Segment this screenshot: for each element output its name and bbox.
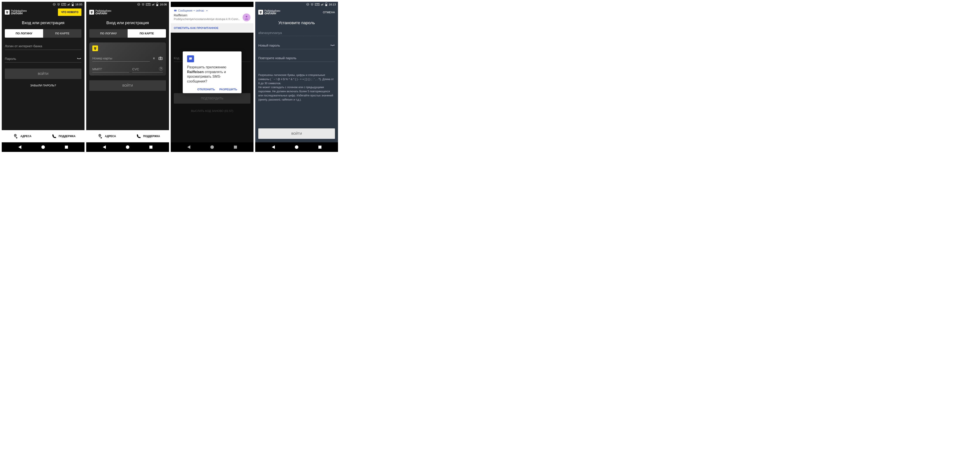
login-button[interactable]: ВОЙТИ	[5, 68, 81, 79]
nav-back-icon[interactable]	[272, 145, 275, 149]
app-logo: Райффайзен ОНЛАЙН	[89, 10, 111, 15]
notif-body: Podklyucheniye/vosstanovleniye dostupa k…	[174, 17, 250, 21]
addresses-label: АДРЕСА	[21, 135, 32, 138]
login-button[interactable]: ВОЙТИ	[258, 128, 335, 139]
alarm-icon	[142, 3, 145, 6]
status-bar: LTE 16:06	[86, 2, 169, 7]
allow-button[interactable]: РАЗРЕШИТЬ	[219, 88, 237, 91]
dialog-message: Разрешить приложению Raiffeisen отправля…	[187, 65, 237, 84]
nav-home-icon[interactable]	[210, 145, 214, 149]
cancel-button[interactable]: ОТМЕНА	[323, 11, 335, 14]
page-title: Установите пароль	[255, 17, 338, 29]
avatar-icon	[243, 13, 250, 21]
screen-login-by-login: LTE 16:05 Райффайзен ОНЛАЙН ЧТО НОВОГО В…	[2, 2, 84, 152]
nav-back-icon[interactable]	[103, 145, 106, 149]
lte-icon: LTE	[146, 3, 151, 6]
forgot-password-link[interactable]: ЗАБЫЛИ ПАРОЛЬ?	[5, 84, 81, 87]
notif-sender: Raiffeisen	[174, 13, 250, 17]
card-mmgg-input[interactable]: ММ/ГГ	[92, 66, 129, 73]
svg-rect-13	[159, 57, 162, 60]
mark-as-read-button[interactable]: ОТМЕТИТЬ КАК ПРОЧИТАННОЕ	[171, 23, 253, 33]
deny-button[interactable]: ОТКЛОНИТЬ	[197, 88, 215, 91]
nav-home-icon[interactable]	[41, 145, 45, 149]
help-icon[interactable]: ?	[159, 67, 163, 71]
tab-by-login[interactable]: ПО ЛОГИНУ	[5, 29, 43, 38]
login-tabs: ПО ЛОГИНУ ПО КАРТЕ	[5, 29, 81, 38]
app-logo: Райффайзен ОНЛАЙН	[258, 10, 280, 15]
messages-app-icon	[174, 9, 177, 12]
addresses-button[interactable]: АДРЕСА	[2, 130, 43, 142]
nav-back-icon[interactable]	[18, 145, 21, 149]
nav-back-icon[interactable]	[187, 145, 190, 149]
app-header: Райффайзен ОНЛАЙН ЧТО НОВОГО	[2, 7, 84, 17]
signal-icon	[152, 3, 155, 6]
phone-icon	[137, 134, 141, 138]
card-number-input[interactable]: Номер карты	[92, 55, 150, 62]
sms-notification[interactable]: Сообщения • сейчас Raiffeisen Podklyuche…	[171, 7, 253, 23]
addresses-button[interactable]: АДРЕСА	[86, 130, 127, 142]
logo-mark-icon	[89, 10, 94, 14]
page-title: Вход или регистрация	[86, 17, 169, 29]
support-label: ПОДДЕРЖКА	[59, 135, 76, 138]
dnd-icon	[137, 3, 140, 6]
password-input[interactable]	[5, 55, 81, 62]
tab-by-login[interactable]: ПО ЛОГИНУ	[89, 29, 127, 38]
permission-dialog: Разрешить приложению Raiffeisen отправля…	[183, 52, 242, 93]
status-time: 16:05	[75, 3, 82, 6]
chevron-down-icon[interactable]	[205, 10, 208, 12]
eye-closed-icon[interactable]	[330, 43, 335, 48]
lte-icon: LTE	[315, 3, 320, 6]
notif-time: сейчас	[196, 9, 204, 12]
camera-scan-icon[interactable]	[158, 56, 163, 61]
nav-home-icon[interactable]	[295, 145, 298, 149]
lte-icon: LTE	[61, 3, 66, 6]
app-header: Райффайзен ОНЛАЙН ОТМЕНА	[255, 7, 338, 17]
card-cvc-input[interactable]: CVC ?	[132, 66, 163, 73]
alarm-icon	[310, 3, 313, 6]
logo-mark-icon	[5, 10, 10, 14]
nav-recent-icon[interactable]	[318, 146, 321, 149]
nav-home-icon[interactable]	[126, 145, 129, 149]
android-nav-bar	[86, 142, 169, 152]
screen-set-password: LTE 16:13 Райффайзен ОНЛАЙН ОТМЕНА Устан…	[255, 2, 338, 152]
bottom-bar: АДРЕСА ПОДДЕРЖКА	[86, 130, 169, 142]
svg-rect-12	[157, 4, 158, 6]
support-button[interactable]: ПОДДЕРЖКА	[43, 130, 84, 142]
status-bar: LTE 16:05	[2, 2, 84, 7]
whats-new-button[interactable]: ЧТО НОВОГО	[58, 8, 81, 16]
svg-rect-4	[73, 3, 73, 3]
login-button[interactable]: ВОЙТИ	[89, 80, 166, 91]
svg-rect-26	[326, 4, 327, 6]
android-nav-bar	[255, 142, 338, 152]
new-password-input[interactable]	[258, 42, 335, 49]
nav-recent-icon[interactable]	[234, 146, 237, 149]
svg-rect-5	[72, 4, 73, 6]
tab-by-card[interactable]: ПО КАРТЕ	[43, 29, 81, 38]
battery-icon	[72, 3, 74, 6]
svg-point-17	[246, 16, 247, 17]
card-visual: Номер карты ММ/ГГ CVC ?	[89, 43, 166, 76]
map-pin-icon	[98, 134, 103, 139]
contactless-icon	[152, 56, 156, 60]
app-header: Райффайзен ОНЛАЙН	[86, 7, 169, 17]
logo-text: Райффайзен ОНЛАЙН	[11, 10, 27, 15]
sms-permission-icon	[187, 56, 194, 62]
confirm-button[interactable]: ПОДТВЕРДИТЬ	[174, 93, 250, 103]
logo-mark-icon	[258, 10, 263, 14]
username-readonly: afanasyevsanya	[258, 29, 335, 36]
nav-recent-icon[interactable]	[150, 146, 153, 149]
eye-closed-icon[interactable]	[77, 56, 81, 61]
map-pin-icon	[13, 134, 18, 139]
status-time: 16:06	[160, 3, 167, 6]
repeat-password-input[interactable]	[258, 54, 335, 62]
nav-recent-icon[interactable]	[65, 146, 68, 149]
logo-text: Райффайзен ОНЛАЙН	[264, 10, 280, 15]
login-input[interactable]	[5, 43, 81, 50]
page-title: Вход или регистрация	[2, 17, 84, 29]
bottom-bar: АДРЕСА ПОДДЕРЖКА	[2, 130, 84, 142]
logo-text: Райффайзен ОНЛАЙН	[95, 10, 111, 15]
status-bar	[171, 2, 253, 7]
tab-by-card[interactable]: ПО КАРТЕ	[127, 29, 166, 38]
support-button[interactable]: ПОДДЕРЖКА	[127, 130, 169, 142]
signal-icon	[321, 3, 324, 6]
